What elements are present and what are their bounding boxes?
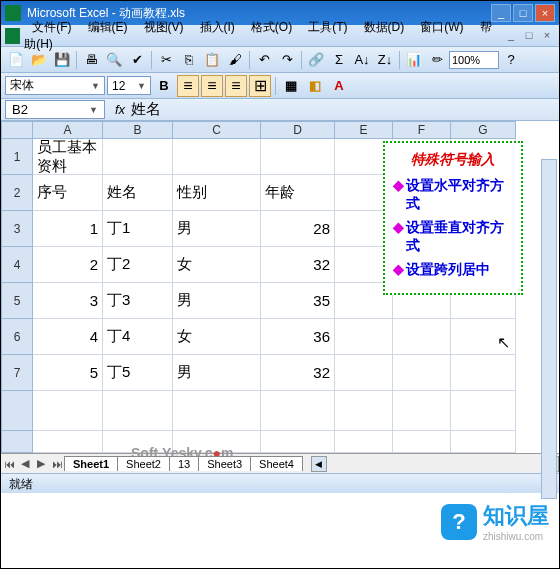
save-icon[interactable]: 💾 <box>51 49 73 71</box>
cell[interactable] <box>393 391 451 431</box>
cell[interactable] <box>451 431 516 453</box>
cell[interactable] <box>393 431 451 453</box>
help-icon[interactable]: ? <box>500 49 522 71</box>
align-left-button[interactable]: ≡ <box>177 75 199 97</box>
sort-desc-icon[interactable]: Z↓ <box>374 49 396 71</box>
menu-item[interactable]: 工具(T) <box>300 18 355 36</box>
menu-item[interactable]: 窗口(W) <box>412 18 471 36</box>
cell[interactable] <box>173 431 261 453</box>
sum-icon[interactable]: Σ <box>328 49 350 71</box>
cell[interactable]: 5 <box>33 355 103 391</box>
cell[interactable] <box>451 355 516 391</box>
sheet-tab[interactable]: Sheet3 <box>198 456 251 471</box>
row-header[interactable] <box>1 431 33 453</box>
cut-icon[interactable]: ✂ <box>155 49 177 71</box>
tab-next-icon[interactable]: ▶ <box>33 457 49 470</box>
cell[interactable]: 姓名 <box>103 175 173 211</box>
menu-item[interactable]: 格式(O) <box>243 18 300 36</box>
cell[interactable]: 男 <box>173 211 261 247</box>
menu-item[interactable]: 编辑(E) <box>80 18 136 36</box>
copy-icon[interactable]: ⎘ <box>178 49 200 71</box>
vertical-scrollbar[interactable] <box>541 159 557 499</box>
row-header[interactable]: 2 <box>1 175 33 211</box>
sort-asc-icon[interactable]: A↓ <box>351 49 373 71</box>
cell[interactable] <box>261 391 335 431</box>
cell[interactable]: 丁4 <box>103 319 173 355</box>
borders-button[interactable]: ▦ <box>280 75 302 97</box>
column-header[interactable]: E <box>335 121 393 139</box>
row-header[interactable]: 5 <box>1 283 33 319</box>
excel-icon[interactable] <box>5 28 20 44</box>
sheet-tab[interactable]: Sheet4 <box>250 456 303 471</box>
cell[interactable] <box>103 391 173 431</box>
cell[interactable] <box>451 319 516 355</box>
undo-icon[interactable]: ↶ <box>253 49 275 71</box>
row-header[interactable] <box>1 391 33 431</box>
cell[interactable] <box>173 139 261 175</box>
tab-first-icon[interactable]: ⏮ <box>1 458 17 470</box>
cell[interactable]: 女 <box>173 319 261 355</box>
print-icon[interactable]: 🖶 <box>80 49 102 71</box>
row-header[interactable]: 4 <box>1 247 33 283</box>
menu-item[interactable]: 视图(V) <box>136 18 192 36</box>
column-header[interactable]: C <box>173 121 261 139</box>
cell[interactable]: 35 <box>261 283 335 319</box>
cell[interactable]: 2 <box>33 247 103 283</box>
menu-item[interactable]: 插入(I) <box>192 18 243 36</box>
cell[interactable] <box>261 431 335 453</box>
doc-minimize-button[interactable]: _ <box>503 29 519 43</box>
cell[interactable]: 32 <box>261 355 335 391</box>
hscroll-left-icon[interactable]: ◀ <box>311 456 327 472</box>
cell[interactable]: 1 <box>33 211 103 247</box>
format-painter-icon[interactable]: 🖌 <box>224 49 246 71</box>
cell[interactable] <box>335 319 393 355</box>
menu-item[interactable]: 文件(F) <box>24 18 79 36</box>
cell[interactable] <box>33 431 103 453</box>
merge-center-button[interactable]: ⊞ <box>249 75 271 97</box>
cell[interactable] <box>393 355 451 391</box>
font-combo[interactable]: 宋体▼ <box>5 76 105 95</box>
cell[interactable]: 男 <box>173 355 261 391</box>
cell[interactable]: 丁1 <box>103 211 173 247</box>
cell[interactable]: 序号 <box>33 175 103 211</box>
sheet-tab[interactable]: 13 <box>169 456 199 471</box>
cell[interactable]: 丁2 <box>103 247 173 283</box>
select-all-corner[interactable] <box>1 121 33 139</box>
cell[interactable]: 性别 <box>173 175 261 211</box>
cell[interactable]: 丁3 <box>103 283 173 319</box>
name-box[interactable]: B2▼ <box>5 100 105 119</box>
redo-icon[interactable]: ↷ <box>276 49 298 71</box>
cell[interactable] <box>103 431 173 453</box>
cell[interactable] <box>393 319 451 355</box>
cell[interactable]: 员工基本资料 <box>33 139 103 175</box>
close-button[interactable]: × <box>535 4 555 22</box>
cell[interactable]: 男 <box>173 283 261 319</box>
doc-restore-button[interactable]: □ <box>521 29 537 43</box>
tab-prev-icon[interactable]: ◀ <box>17 457 33 470</box>
formula-input[interactable]: 姓名 <box>131 100 161 119</box>
cell[interactable]: 丁5 <box>103 355 173 391</box>
cell[interactable] <box>103 139 173 175</box>
font-size-combo[interactable]: 12▼ <box>107 76 151 95</box>
column-header[interactable]: B <box>103 121 173 139</box>
cell[interactable] <box>173 391 261 431</box>
paste-icon[interactable]: 📋 <box>201 49 223 71</box>
new-icon[interactable]: 📄 <box>5 49 27 71</box>
cell[interactable]: 年龄 <box>261 175 335 211</box>
row-header[interactable]: 3 <box>1 211 33 247</box>
bold-button[interactable]: B <box>153 75 175 97</box>
cell[interactable] <box>335 355 393 391</box>
column-header[interactable]: G <box>451 121 516 139</box>
align-center-button[interactable]: ≡ <box>201 75 223 97</box>
fx-icon[interactable]: fx <box>109 102 131 117</box>
fill-color-button[interactable]: ◧ <box>304 75 326 97</box>
preview-icon[interactable]: 🔍 <box>103 49 125 71</box>
open-icon[interactable]: 📂 <box>28 49 50 71</box>
chart-icon[interactable]: 📊 <box>403 49 425 71</box>
maximize-button[interactable]: □ <box>513 4 533 22</box>
cell[interactable]: 3 <box>33 283 103 319</box>
column-header[interactable]: F <box>393 121 451 139</box>
doc-close-button[interactable]: × <box>539 29 555 43</box>
font-color-button[interactable]: A <box>328 75 350 97</box>
menu-item[interactable]: 数据(D) <box>356 18 413 36</box>
